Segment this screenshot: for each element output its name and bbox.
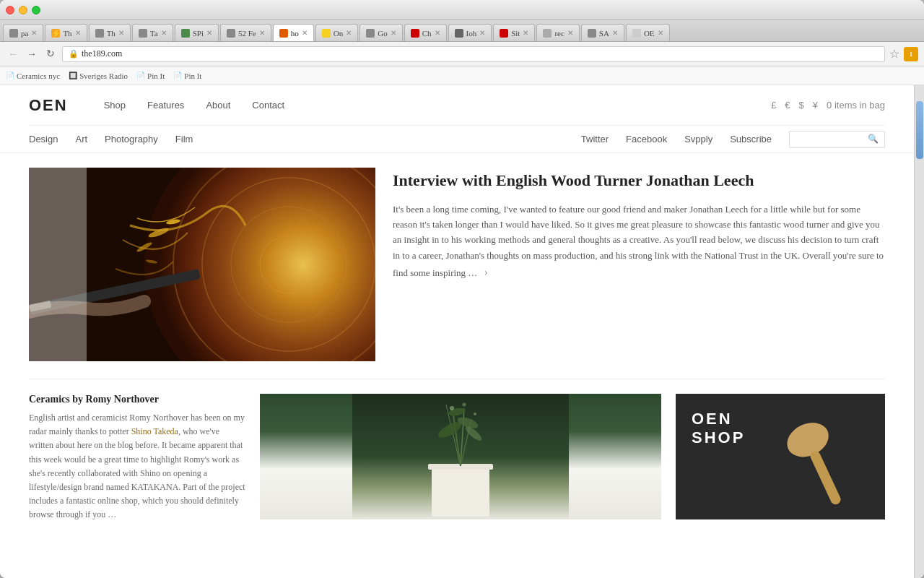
tab-ta[interactable]: Ta ✕ bbox=[132, 24, 173, 41]
tab-close-icon[interactable]: ✕ bbox=[435, 29, 440, 37]
tab-label: Ta bbox=[150, 29, 158, 38]
tab-close-icon[interactable]: ✕ bbox=[118, 29, 124, 37]
tab-close-icon[interactable]: ✕ bbox=[567, 29, 573, 37]
tab-close-icon[interactable]: ✕ bbox=[479, 29, 485, 37]
ceramics-body: English artist and ceramicist Romy North… bbox=[29, 411, 245, 522]
bookmark-icon: 📄 bbox=[6, 72, 14, 79]
bookmark-pinit2[interactable]: 📄 Pin It bbox=[173, 72, 201, 80]
tab-sa[interactable]: SA ✕ bbox=[581, 24, 624, 41]
extension-button[interactable]: 1 bbox=[904, 47, 918, 61]
nav-search-form[interactable]: 🔍 bbox=[789, 131, 885, 148]
maximize-button[interactable] bbox=[32, 6, 40, 14]
site-nav-top: OEN Shop Features About Contact £ € $ ¥ … bbox=[29, 85, 885, 125]
nav-twitter[interactable]: Twitter bbox=[581, 134, 609, 144]
shop-image[interactable]: OEN SHOP bbox=[676, 394, 885, 519]
currency-gbp[interactable]: £ bbox=[771, 100, 776, 111]
nav-facebook[interactable]: Facebook bbox=[626, 134, 667, 144]
tab-favicon bbox=[322, 29, 331, 38]
featured-article: Interview with English Wood Turner Jonat… bbox=[29, 168, 885, 361]
tab-close-icon[interactable]: ✕ bbox=[75, 29, 81, 37]
close-button[interactable] bbox=[6, 6, 14, 14]
tab-pa[interactable]: pa ✕ bbox=[3, 24, 43, 41]
tab-close-icon[interactable]: ✕ bbox=[612, 29, 618, 37]
featured-title[interactable]: Interview with English Wood Turner Jonat… bbox=[393, 171, 885, 191]
nav-subscribe[interactable]: Subscribe bbox=[730, 134, 772, 144]
nav-about[interactable]: About bbox=[206, 100, 230, 111]
currency-usd[interactable]: $ bbox=[799, 100, 804, 111]
scrollbar-up-arrow[interactable] bbox=[915, 85, 924, 100]
page-inner: OEN Shop Features About Contact £ € $ ¥ … bbox=[0, 85, 914, 578]
minimize-button[interactable] bbox=[19, 6, 27, 14]
search-input[interactable] bbox=[796, 134, 868, 144]
tab-oe[interactable]: OE ✕ bbox=[626, 24, 670, 41]
tab-52[interactable]: 52 Fe ✕ bbox=[220, 24, 271, 41]
bookmark-icon: 📄 bbox=[173, 72, 182, 79]
nav-design[interactable]: Design bbox=[29, 134, 58, 144]
featured-text: Interview with English Wood Turner Jonat… bbox=[393, 168, 885, 361]
refresh-button[interactable]: ↻ bbox=[43, 47, 58, 61]
window-controls bbox=[6, 6, 40, 14]
tab-ho[interactable]: ho ✕ bbox=[273, 24, 314, 41]
tab-close-icon[interactable]: ✕ bbox=[658, 29, 663, 37]
tab-rec[interactable]: rec ✕ bbox=[536, 24, 579, 41]
plant-image-section bbox=[260, 394, 661, 522]
currency-eur[interactable]: € bbox=[785, 100, 790, 111]
page-content: OEN Shop Features About Contact £ € $ ¥ … bbox=[0, 85, 924, 578]
tab-close-icon[interactable]: ✕ bbox=[391, 29, 396, 37]
tab-close-icon[interactable]: ✕ bbox=[206, 29, 212, 37]
bookmark-icon: 🔲 bbox=[69, 72, 77, 79]
nav-features[interactable]: Features bbox=[147, 100, 184, 111]
shino-link[interactable]: Shino Takeda bbox=[131, 426, 178, 436]
read-more-arrow-icon[interactable]: › bbox=[484, 266, 488, 278]
plant-image bbox=[260, 394, 661, 519]
tab-go[interactable]: Go ✕ bbox=[359, 24, 402, 41]
bookmark-label: Pin It bbox=[184, 72, 201, 80]
nav-photography[interactable]: Photography bbox=[105, 134, 158, 144]
tab-favicon bbox=[366, 29, 375, 38]
bookmark-radio[interactable]: 🔲 Sveriges Radio bbox=[69, 72, 128, 80]
shop-illustration: OEN SHOP bbox=[676, 394, 885, 519]
tab-label: Ioh bbox=[466, 29, 477, 38]
nav-shop[interactable]: Shop bbox=[104, 100, 126, 111]
tab-close-icon[interactable]: ✕ bbox=[31, 29, 37, 37]
nav-film[interactable]: Film bbox=[175, 134, 193, 144]
tab-on[interactable]: On ✕ bbox=[315, 24, 358, 41]
tab-sit[interactable]: Sit ✕ bbox=[493, 24, 535, 41]
tab-close-icon[interactable]: ✕ bbox=[302, 29, 308, 37]
tab-th1[interactable]: ⚡ Th ✕ bbox=[45, 24, 87, 41]
address-input[interactable]: 🔒 the189.com bbox=[62, 46, 885, 62]
tab-th2[interactable]: Th ✕ bbox=[89, 24, 131, 41]
nav-contact[interactable]: Contact bbox=[252, 100, 284, 111]
tab-close-icon[interactable]: ✕ bbox=[161, 29, 167, 37]
currency-jpy[interactable]: ¥ bbox=[813, 100, 818, 111]
search-icon[interactable]: 🔍 bbox=[868, 134, 879, 144]
back-button[interactable]: ← bbox=[6, 47, 20, 61]
address-bar: ← → ↻ 🔒 the189.com ☆ 1 bbox=[0, 42, 924, 66]
scrollbar-thumb[interactable] bbox=[916, 101, 923, 159]
svg-point-26 bbox=[474, 413, 476, 415]
ceramics-title[interactable]: Ceramics by Romy Northover bbox=[29, 394, 245, 405]
tab-favicon bbox=[95, 29, 104, 38]
tab-label: SA bbox=[599, 29, 609, 38]
bookmark-ceramics[interactable]: 📄 Ceramics nyc bbox=[6, 72, 60, 80]
tab-close-icon[interactable]: ✕ bbox=[259, 29, 265, 37]
bag-count[interactable]: 0 items in bag bbox=[827, 100, 885, 111]
nav-svpply[interactable]: Svpply bbox=[684, 134, 712, 144]
scrollbar-track[interactable] bbox=[914, 85, 924, 578]
svg-point-24 bbox=[450, 406, 454, 410]
bookmark-star-icon[interactable]: ☆ bbox=[889, 47, 899, 61]
tab-favicon bbox=[411, 29, 419, 38]
forward-button[interactable]: → bbox=[25, 47, 39, 61]
tab-favicon bbox=[632, 29, 641, 38]
tab-sp[interactable]: SPi ✕ bbox=[175, 24, 219, 41]
bookmark-label: Sveriges Radio bbox=[79, 72, 128, 80]
tab-ch[interactable]: Ch ✕ bbox=[404, 24, 447, 41]
tab-close-icon[interactable]: ✕ bbox=[346, 29, 352, 37]
tab-label: OE bbox=[644, 29, 655, 38]
nav-art[interactable]: Art bbox=[75, 134, 87, 144]
bookmark-pinit1[interactable]: 📄 Pin It bbox=[136, 72, 165, 80]
tab-favicon bbox=[500, 29, 508, 38]
tab-ioh[interactable]: Ioh ✕ bbox=[448, 24, 492, 41]
featured-body-text: It's been a long time coming, I've wante… bbox=[393, 204, 884, 279]
tab-close-icon[interactable]: ✕ bbox=[523, 29, 528, 37]
